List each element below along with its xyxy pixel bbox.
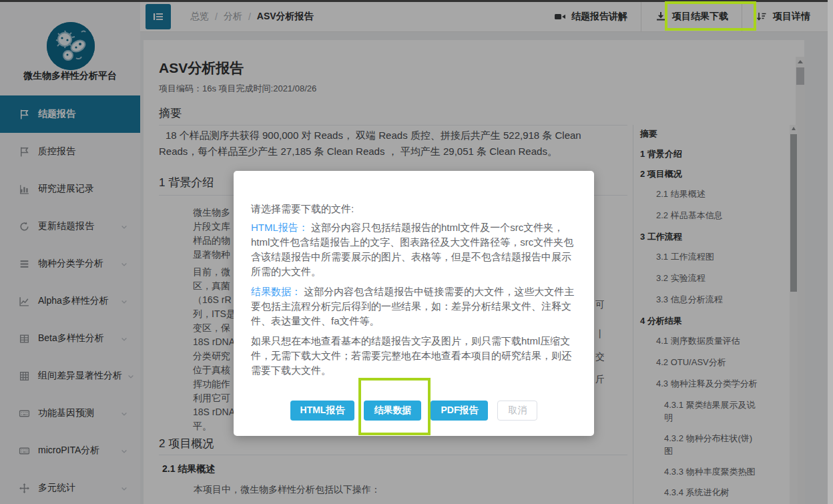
html-report-description: HTML报告： 这部分内容只包括结题报告的html文件及一个src文件夹，htm… <box>251 220 577 279</box>
annotation-box-result-data-button <box>358 378 431 435</box>
dialog-note: 如果只想在本地查看基本的结题报告文字及图片，则只需下载html压缩文件，无需下载… <box>251 334 577 378</box>
result-data-label: 结果数据： <box>251 286 301 297</box>
html-report-button[interactable]: HTML报告 <box>290 401 355 421</box>
html-report-label: HTML报告： <box>251 222 308 233</box>
app: 微生物多样性分析平台 结题报告 质控报告 研究进展记录 更新结题报告 <box>0 0 833 504</box>
dialog-intro: 请选择需要下载的文件: <box>251 202 577 216</box>
annotation-box-download-button <box>665 1 756 31</box>
result-data-description: 结果数据： 这部分内容包含结题报告中链接需要的大文件，这些大文件主要包括主流程分… <box>251 284 577 328</box>
cancel-button[interactable]: 取消 <box>497 401 537 421</box>
browser-scrollbar[interactable] <box>828 0 833 504</box>
pdf-report-button[interactable]: PDF报告 <box>431 401 488 421</box>
